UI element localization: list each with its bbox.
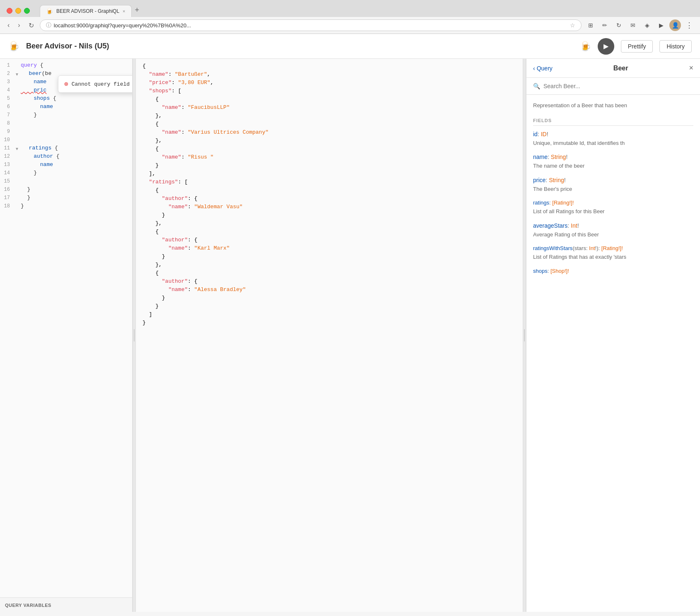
line-number-7: 7 bbox=[0, 112, 13, 118]
editor-line-18: 18 } bbox=[0, 203, 132, 211]
play-icon[interactable]: ▶ bbox=[655, 19, 667, 31]
extensions-icon[interactable]: ⊞ bbox=[585, 19, 596, 31]
result-line-5: "name": "FaucibusLLP" bbox=[142, 103, 516, 112]
docs-field-id: id: ID! Unique, immutable Id, that ident… bbox=[533, 131, 693, 147]
docs-back-label: Query bbox=[537, 65, 553, 72]
result-line-26: "author": { bbox=[142, 277, 516, 286]
docs-field-shops: shops: [Shop!]! bbox=[533, 268, 693, 274]
docs-type-title: Beer bbox=[613, 65, 628, 72]
refresh-button[interactable]: ↻ bbox=[26, 20, 36, 31]
docs-field-ratingswithstars: ratingsWithStars(stars: Int!): [Rating!]… bbox=[533, 245, 693, 261]
new-tab-button[interactable]: + bbox=[132, 4, 143, 16]
line-content-5: shops { bbox=[19, 95, 132, 101]
docs-field-name: name: String! The name of the beer bbox=[533, 154, 693, 170]
forward-button[interactable]: › bbox=[15, 20, 22, 31]
docs-field-name-signature[interactable]: name: String! bbox=[533, 154, 693, 160]
prettify-button[interactable]: Prettify bbox=[621, 40, 653, 53]
docs-field-price: price: String! The Beer's price bbox=[533, 177, 693, 193]
address-bar[interactable]: ⓘ localhost:9000/graphiql?query=query%20… bbox=[40, 19, 582, 31]
docs-body: Representation of a Beer that has been F… bbox=[526, 95, 700, 612]
traffic-light-red[interactable] bbox=[7, 8, 12, 14]
docs-back-button[interactable]: ‹ Query bbox=[533, 65, 553, 72]
docs-field-shops-signature[interactable]: shops: [Shop!]! bbox=[533, 268, 693, 274]
collapse-beer-button[interactable]: ▼ bbox=[13, 70, 21, 78]
result-line-12: } bbox=[142, 161, 516, 170]
line-content-12: author { bbox=[19, 153, 132, 159]
tab-close-button[interactable]: × bbox=[123, 9, 125, 14]
run-query-button[interactable]: ▶ bbox=[598, 38, 614, 55]
editor-line-14: 14 } bbox=[0, 170, 132, 178]
collapse-ratings-button[interactable]: ▼ bbox=[13, 145, 21, 152]
result-line-24: }, bbox=[142, 261, 516, 269]
user-avatar[interactable]: 👤 bbox=[669, 19, 681, 31]
bookmark-icon[interactable]: ☆ bbox=[570, 22, 575, 29]
editor-area[interactable]: 1 query { 2 ▼ beer(be 3 name bbox=[0, 59, 132, 597]
editor-line-17: 17 } bbox=[0, 195, 132, 203]
result-line-23: } bbox=[142, 253, 516, 261]
line-number-15: 15 bbox=[0, 178, 13, 184]
docs-close-button[interactable]: × bbox=[689, 64, 693, 72]
back-button[interactable]: ‹ bbox=[5, 20, 12, 31]
editor-line-10: 10 bbox=[0, 137, 132, 145]
line-content-1: query { bbox=[19, 62, 132, 68]
editor-line-15: 15 bbox=[0, 178, 132, 186]
line-content-16: } bbox=[19, 186, 132, 192]
sync-icon[interactable]: ↻ bbox=[613, 19, 625, 31]
app-logo-left: 🍺 bbox=[8, 41, 19, 52]
panel-resizer-left[interactable] bbox=[133, 59, 136, 612]
result-line-25: { bbox=[142, 269, 516, 277]
lock-icon: ⓘ bbox=[46, 22, 51, 29]
docs-field-ratings-desc: List of all Ratings for this Beer bbox=[533, 207, 693, 216]
url-display: localhost:9000/graphiql?query=query%20%7… bbox=[54, 22, 567, 29]
panel-resizer-right[interactable] bbox=[523, 59, 526, 612]
docs-field-ratingswithstars-desc: List of Ratings that has at exactly 'sta… bbox=[533, 253, 693, 261]
line-number-12: 12 bbox=[0, 153, 13, 159]
docs-fields-label: FIELDS bbox=[533, 118, 693, 126]
result-line-17: "name": "Waldemar Vasu" bbox=[142, 203, 516, 211]
query-editor-panel: 1 query { 2 ▼ beer(be 3 name bbox=[0, 59, 133, 612]
docs-field-averagestars-signature[interactable]: averageStars: Int! bbox=[533, 222, 693, 229]
docs-field-ratingswithstars-signature[interactable]: ratingsWithStars(stars: Int!): [Rating!]… bbox=[533, 245, 693, 251]
menu-icon[interactable]: ⋮ bbox=[683, 19, 695, 31]
result-line-14: "ratings": [ bbox=[142, 178, 516, 186]
result-line-8: "name": "Varius Ultrices Company" bbox=[142, 128, 516, 137]
chevron-left-icon: ‹ bbox=[533, 65, 535, 72]
app-header: 🍺 Beer Advisor - Nils (U5) 🍺 ▶ Prettify … bbox=[0, 34, 700, 59]
editor-line-8: 8 bbox=[0, 120, 132, 128]
editor-line-13: 13 name bbox=[0, 161, 132, 170]
result-line-27: "name": "Alessa Bradley" bbox=[142, 286, 516, 294]
docs-field-ratings-signature[interactable]: ratings: [Rating!]! bbox=[533, 200, 693, 206]
docs-field-price-signature[interactable]: price: String! bbox=[533, 177, 693, 183]
result-line-9: }, bbox=[142, 137, 516, 145]
docs-title-area: Beer bbox=[556, 65, 686, 72]
docs-field-averagestars-desc: Average Rating of this Beer bbox=[533, 231, 693, 239]
line-number-18: 18 bbox=[0, 203, 13, 209]
result-line-13: ], bbox=[142, 170, 516, 178]
line-number-2: 2 bbox=[0, 70, 13, 77]
traffic-light-green[interactable] bbox=[24, 8, 30, 14]
result-line-0: { bbox=[142, 62, 516, 70]
docs-field-id-signature[interactable]: id: ID! bbox=[533, 131, 693, 137]
docs-search-input[interactable] bbox=[543, 83, 693, 89]
editor-line-9: 9 bbox=[0, 128, 132, 137]
shapes-icon[interactable]: ◈ bbox=[641, 19, 653, 31]
line-content-11: ratings { bbox=[21, 145, 132, 151]
app-title: Beer Advisor - Nils (U5) bbox=[26, 42, 573, 51]
result-line-28: } bbox=[142, 294, 516, 302]
main-content: 1 query { 2 ▼ beer(be 3 name bbox=[0, 59, 700, 612]
mail-icon[interactable]: ✉ bbox=[627, 19, 639, 31]
result-line-30: ] bbox=[142, 310, 516, 319]
editor-line-12: 12 author { bbox=[0, 153, 132, 161]
history-button[interactable]: History bbox=[659, 40, 692, 53]
tabs-bar: 🍺 BEER ADVISOR - GraphiQL × + bbox=[40, 4, 142, 17]
line-number-6: 6 bbox=[0, 103, 13, 110]
eyedropper-icon[interactable]: ✏ bbox=[599, 19, 611, 31]
result-line-21: "author": { bbox=[142, 236, 516, 244]
traffic-light-yellow[interactable] bbox=[15, 8, 21, 14]
line-content-14: } bbox=[19, 170, 132, 176]
line-number-8: 8 bbox=[0, 120, 13, 126]
result-line-16: "author": { bbox=[142, 195, 516, 203]
line-number-4: 4 bbox=[0, 87, 13, 93]
result-line-11: "name": "Risus " bbox=[142, 153, 516, 161]
browser-tab-active[interactable]: 🍺 BEER ADVISOR - GraphiQL × bbox=[40, 5, 132, 17]
